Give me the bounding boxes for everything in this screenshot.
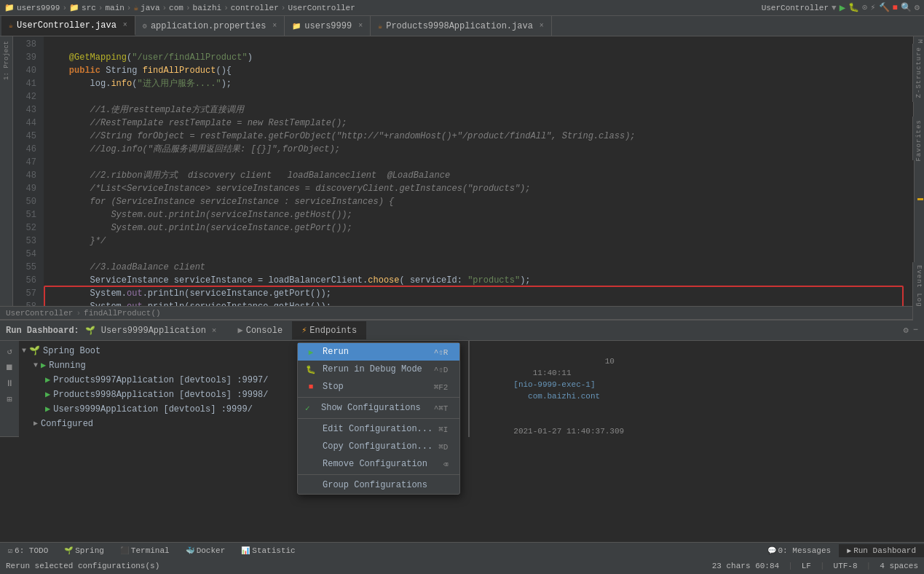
event-log-label: Event Log [915, 265, 923, 307]
line-54: 54 [13, 248, 41, 261]
minus-icon[interactable]: − [913, 325, 918, 336]
tab-console[interactable]: ▶ Console [228, 321, 292, 339]
build-button[interactable]: 🔨 [879, 2, 890, 13]
menu-item-stop[interactable]: ■ Stop ⌘F2 [298, 378, 459, 396]
breadcrumb-main[interactable]: main [105, 4, 124, 12]
menu-item-rerun-debug[interactable]: 🐛 Rerun in Debug Mode ^⇧D [298, 361, 459, 378]
project-panel-icon[interactable]: 1: Project [3, 41, 10, 80]
remove-config-label: Remove Configuration [323, 459, 438, 469]
show-configs-shortcut: ^⌘T [434, 404, 449, 413]
tab-label-users9999: users9999 [304, 21, 352, 31]
tab-close-products9998[interactable]: × [540, 22, 544, 30]
tab-products9998[interactable]: ☕ Products9998Application.java × [371, 16, 552, 36]
menu-item-show-configs[interactable]: ✓ Show Configurations ^⌘T [298, 399, 459, 417]
copy-config-label: Copy Configuration... [323, 441, 433, 452]
code-editor[interactable]: @GetMapping("/user/findAllProduct") publ… [44, 36, 914, 306]
tab-endpoints[interactable]: ⚡ Endpoints [292, 321, 366, 339]
run-tab-close[interactable]: × [212, 326, 217, 335]
gear-icon[interactable]: ⚙ [904, 325, 909, 336]
tab-usercontroller[interactable]: ☕ UserController.java × [1, 16, 135, 36]
console-label: Console [246, 326, 283, 336]
tab-products-icon: ☕ [378, 22, 382, 31]
pause-btn[interactable]: ⏸ [2, 376, 17, 390]
menu-sep-2 [298, 418, 459, 419]
breadcrumb-users[interactable]: 📁 [4, 3, 15, 12]
context-menu: ▶ Rerun ^⇧R 🐛 Rerun in Debug Mode ^⇧D ■ … [297, 342, 460, 495]
bottom-tab-statistic[interactable]: 📊 Statistic [233, 544, 303, 557]
menu-item-rerun[interactable]: ▶ Rerun ^⇧R [298, 343, 459, 361]
filter-btn[interactable]: ⊞ [2, 392, 17, 406]
code-line-45: //String forObject = restTemplate.getFor… [48, 130, 914, 143]
tree-label-9999: Users9999Application [devtools] :9999/ [53, 403, 253, 416]
tab-close-users9999[interactable]: × [358, 22, 363, 30]
tab-close-usercontroller[interactable]: × [123, 21, 127, 29]
run-panel-tools: ⚙ − [904, 325, 918, 336]
run-content: ↺ ⏹ ⏸ ⊞ ▼ 🌱 Spring Boot ▼ ▶ Running ▶ Pr… [0, 341, 924, 437]
line-47: 47 [13, 156, 41, 169]
top-right-buttons: UserController ▼ ▶ 🐛 ⊙ ⚡ 🔨 ■ 🔍 ⚙ [762, 1, 920, 14]
breadcrumb-controller[interactable]: controller [231, 4, 279, 12]
tab-close-props[interactable]: × [272, 22, 277, 30]
bottom-right-tab-messages[interactable]: 💬 0: Messages [759, 544, 840, 557]
code-line-52: System.out.println(serviceInstance.getPo… [48, 221, 914, 235]
restart-btn[interactable]: ↺ [2, 344, 17, 358]
code-line-53: }*/ [48, 235, 914, 248]
menu-item-copy-config[interactable]: Copy Configuration... ⌘D [298, 438, 459, 455]
line-49: 49 [13, 182, 41, 195]
bottom-tab-terminal[interactable]: ⬛ Terminal [112, 544, 178, 557]
event-log-panel[interactable]: Event Log [912, 262, 924, 321]
breadcrumb-users-label[interactable]: users9999 [17, 4, 60, 12]
line-43: 43 [13, 103, 41, 117]
tab-application-props[interactable]: ⚙ application.properties × [135, 16, 285, 36]
breadcrumb-com[interactable]: com [169, 4, 183, 12]
line-51: 51 [13, 208, 41, 221]
breadcrumb-usercontroller[interactable]: UserController [288, 4, 355, 12]
tab-label-usercontroller: UserController.java [17, 20, 117, 31]
stop-all-btn[interactable]: ⏹ [2, 360, 17, 374]
coverage-button[interactable]: ⊙ [862, 2, 867, 13]
status-sep-1: | [788, 562, 793, 570]
stop-button[interactable]: ■ [893, 3, 898, 13]
rundash-label: Run Dashboard [853, 546, 916, 555]
tree-label-running: Running [49, 359, 85, 372]
rerun-debug-shortcut: ^⇧D [434, 365, 449, 374]
endpoints-label: Endpoints [309, 326, 357, 336]
breadcrumb-java-label[interactable]: java [141, 4, 159, 12]
check-icon: ✓ [305, 404, 315, 413]
code-line-49: /*List<ServiceInstance> serviceInstances… [48, 182, 914, 195]
run-app-name[interactable]: Users9999Application [101, 326, 206, 336]
breadcrumb-java[interactable]: ☕ [133, 3, 138, 12]
line-58: 58 [13, 300, 41, 306]
status-sep-2: | [820, 562, 825, 570]
line-57: 57 [13, 287, 41, 300]
docker-icon: 🐳 [186, 546, 194, 555]
breadcrumb-src-label[interactable]: src [82, 4, 96, 12]
breadcrumb-baizhi[interactable]: baizhi [193, 4, 222, 12]
status-bar: Rerun selected configurations(s) 23 char… [0, 557, 924, 574]
tab-users9999[interactable]: 📁 users9999 × [285, 16, 371, 36]
bottom-right-tab-rundashboard[interactable]: ▶ Run Dashboard [839, 544, 924, 557]
settings-button[interactable]: ⚙ [915, 2, 920, 13]
right-bottom-tabs: 💬 0: Messages ▶ Run Dashboard [759, 544, 924, 557]
code-line-42 [48, 90, 914, 103]
debug-button[interactable]: 🐛 [848, 2, 859, 13]
run-button[interactable]: ▶ [840, 1, 845, 14]
breadcrumb-src[interactable]: 📁 [69, 3, 79, 12]
bottom-tab-todo[interactable]: ☑ 6: TODO [0, 544, 56, 557]
bottom-tab-docker[interactable]: 🐳 Docker [178, 544, 234, 557]
run-panel: Run Dashboard: 🌱 Users9999Application × … [0, 319, 924, 436]
search-button[interactable]: 🔍 [901, 2, 912, 13]
menu-item-remove-config[interactable]: Remove Configuration ⌫ [298, 455, 459, 473]
messages-label: 0: Messages [778, 546, 832, 555]
profile-button[interactable]: ⚡ [870, 2, 875, 13]
stop-shortcut: ⌘F2 [434, 382, 449, 392]
menu-item-edit-config[interactable]: Edit Configuration... ⌘I [298, 420, 459, 438]
debug-menu-icon: 🐛 [305, 365, 317, 374]
z-structure-panel[interactable]: Z-Structure [912, 44, 924, 102]
bottom-tab-spring[interactable]: 🌱 Spring [56, 544, 112, 557]
run-config-dropdown[interactable]: ▼ [832, 4, 837, 12]
favorites-panel[interactable]: Favorites [912, 117, 924, 160]
log-time-full: 2021-01-27 11:40:37.309 [513, 427, 633, 436]
code-line-58: System.out.println(serviceInstance.getHo… [48, 300, 914, 306]
menu-item-group-configs[interactable]: Group Configurations [298, 476, 459, 494]
